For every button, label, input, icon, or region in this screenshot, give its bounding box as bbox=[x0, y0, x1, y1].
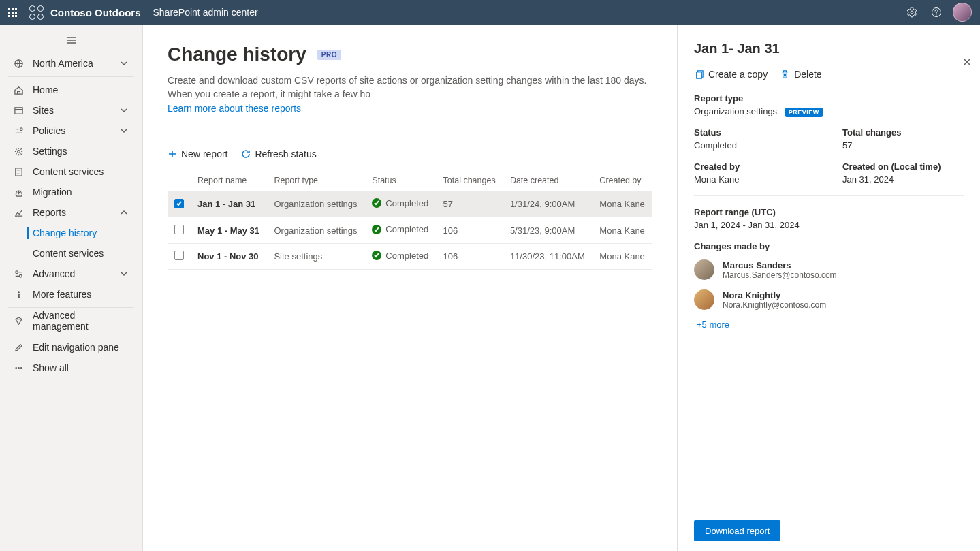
status-label: Status bbox=[694, 127, 815, 138]
col-date-created[interactable]: Date created bbox=[503, 170, 592, 191]
settings-button[interactable] bbox=[902, 3, 921, 22]
cell-report-name: May 1 - May 31 bbox=[191, 217, 267, 244]
person-item: Nora KnightlyNora.Knightly@contoso.com bbox=[694, 289, 964, 310]
svg-point-3 bbox=[20, 127, 22, 130]
new-report-button[interactable]: New report bbox=[168, 148, 227, 159]
sidebar-edit-nav[interactable]: Edit navigation pane bbox=[8, 337, 134, 358]
svg-point-6 bbox=[15, 270, 18, 273]
svg-point-7 bbox=[19, 274, 22, 277]
page-description-text: Create and download custom CSV reports o… bbox=[168, 75, 647, 99]
sidebar-toggle[interactable] bbox=[0, 31, 142, 49]
sidebar-item-advanced[interactable]: Advanced bbox=[8, 264, 134, 284]
copy-icon bbox=[694, 69, 704, 80]
close-panel-button[interactable] bbox=[962, 57, 972, 69]
sites-icon bbox=[14, 106, 24, 116]
sidebar-subitem-content-services[interactable]: Content services bbox=[27, 243, 134, 264]
gear-icon bbox=[14, 146, 24, 157]
success-icon bbox=[372, 251, 381, 260]
sidebar-item-more-features[interactable]: More features bbox=[8, 284, 134, 304]
person-email: Nora.Knightly@contoso.com bbox=[723, 300, 826, 310]
page-description: Create and download custom CSV reports o… bbox=[168, 74, 652, 115]
learn-more-link[interactable]: Learn more about these reports bbox=[168, 103, 301, 114]
sidebar-item-label: Change history bbox=[33, 227, 130, 238]
svg-point-4 bbox=[17, 150, 20, 153]
gear-icon bbox=[906, 7, 917, 18]
success-icon bbox=[372, 198, 381, 208]
report-range-value: Jan 1, 2024 - Jan 31, 2024 bbox=[694, 220, 964, 230]
total-changes-label: Total changes bbox=[842, 127, 964, 138]
row-checkbox[interactable] bbox=[174, 225, 184, 234]
svg-point-12 bbox=[18, 367, 19, 368]
cell-total-changes: 57 bbox=[437, 191, 503, 217]
ellipsis-icon bbox=[14, 363, 24, 373]
sidebar-item-label: Settings bbox=[33, 146, 130, 157]
migration-icon bbox=[14, 187, 24, 198]
brand-name: Contoso Outdoors bbox=[50, 7, 140, 18]
table-row[interactable]: May 1 - May 31Organization settingsCompl… bbox=[168, 217, 652, 244]
svg-point-11 bbox=[15, 367, 16, 368]
refresh-icon bbox=[241, 149, 251, 159]
reports-icon bbox=[14, 208, 24, 218]
person-name: Marcus Sanders bbox=[723, 260, 837, 270]
help-button[interactable] bbox=[927, 3, 946, 22]
sidebar-item-home[interactable]: Home bbox=[8, 80, 134, 100]
pencil-icon bbox=[14, 343, 24, 353]
col-total-changes[interactable]: Total changes bbox=[437, 170, 503, 191]
person-item: Marcus SandersMarcus.Sanders@contoso.com bbox=[694, 259, 964, 280]
app-launcher-icon[interactable] bbox=[8, 8, 17, 17]
cell-report-name: Jan 1 - Jan 31 bbox=[191, 191, 267, 217]
more-people-link[interactable]: +5 more bbox=[697, 319, 964, 330]
sidebar-item-content-services[interactable]: Content services bbox=[8, 161, 134, 182]
sidebar-item-settings[interactable]: Settings bbox=[8, 141, 134, 161]
cell-report-type: Organization settings bbox=[267, 191, 365, 217]
cell-created-by: Mona Kane bbox=[592, 243, 652, 270]
refresh-status-button[interactable]: Refresh status bbox=[241, 148, 316, 159]
policies-icon bbox=[14, 126, 24, 136]
content-icon bbox=[14, 167, 24, 177]
download-report-button[interactable]: Download report bbox=[694, 520, 780, 541]
cell-total-changes: 106 bbox=[437, 243, 503, 270]
col-created-by[interactable]: Created by bbox=[592, 170, 652, 191]
sidebar-item-advanced-management[interactable]: Advanced management bbox=[8, 311, 134, 331]
sidebar-item-label: Reports bbox=[33, 207, 121, 218]
svg-rect-2 bbox=[14, 107, 22, 113]
command-bar: New report Refresh status bbox=[168, 140, 652, 159]
cmd-label: Refresh status bbox=[255, 148, 316, 159]
sidebar-item-sites[interactable]: Sites bbox=[8, 100, 134, 121]
sidebar-subitem-change-history[interactable]: Change history bbox=[27, 223, 134, 243]
hamburger-icon bbox=[66, 35, 77, 46]
sidebar-item-label: Show all bbox=[33, 362, 130, 373]
row-checkbox[interactable] bbox=[174, 251, 184, 260]
create-copy-button[interactable]: Create a copy bbox=[694, 69, 768, 80]
sidebar-item-migration[interactable]: Migration bbox=[8, 182, 134, 202]
cmd-label: New report bbox=[181, 148, 227, 159]
row-checkbox[interactable] bbox=[174, 199, 184, 208]
svg-point-13 bbox=[20, 367, 22, 368]
help-icon bbox=[931, 7, 942, 18]
action-label: Create a copy bbox=[708, 69, 768, 80]
action-label: Delete bbox=[794, 69, 821, 80]
sidebar-item-label: Edit navigation pane bbox=[33, 342, 130, 353]
col-status[interactable]: Status bbox=[365, 170, 436, 191]
cell-created-by: Mona Kane bbox=[592, 217, 652, 244]
sidebar-region-selector[interactable]: North America bbox=[8, 53, 134, 74]
col-report-name[interactable]: Report name bbox=[191, 170, 267, 191]
delete-button[interactable]: Delete bbox=[780, 69, 821, 80]
cell-status: Completed bbox=[365, 243, 436, 270]
table-row[interactable]: Nov 1 - Nov 30Site settingsCompleted1061… bbox=[168, 243, 652, 270]
trash-icon bbox=[780, 69, 790, 80]
globe-icon bbox=[14, 59, 24, 69]
chevron-up-icon bbox=[121, 209, 127, 216]
cell-date-created: 5/31/23, 9:00AM bbox=[503, 217, 592, 244]
sidebar-item-policies[interactable]: Policies bbox=[8, 121, 134, 141]
sidebar-item-reports[interactable]: Reports bbox=[8, 202, 134, 223]
portal-name: SharePoint admin center bbox=[153, 7, 257, 18]
sidebar-show-all[interactable]: Show all bbox=[8, 358, 134, 378]
report-type-label: Report type bbox=[694, 93, 964, 104]
person-avatar bbox=[694, 259, 714, 280]
reports-table: Report name Report type Status Total cha… bbox=[168, 170, 652, 270]
main-content: Change history PRO Create and download c… bbox=[143, 25, 677, 551]
table-row[interactable]: Jan 1 - Jan 31Organization settingsCompl… bbox=[168, 191, 652, 217]
col-report-type[interactable]: Report type bbox=[267, 170, 365, 191]
user-avatar[interactable] bbox=[953, 3, 972, 22]
